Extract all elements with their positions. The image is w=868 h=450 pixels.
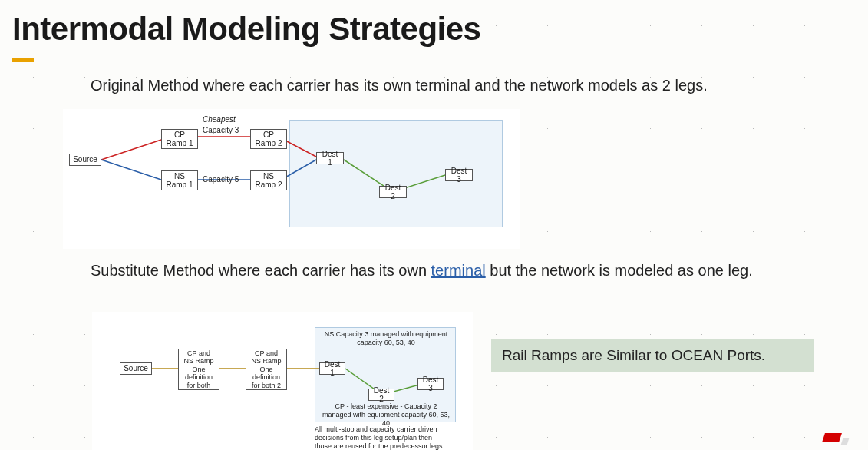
description-original: Original Method where each carrier has i… xyxy=(91,77,708,94)
brand-mark xyxy=(823,432,854,445)
diagram-original: Cheapest Capacity 3 Capacity 5 Source CP… xyxy=(63,109,520,249)
node-cp-ramp1: CP Ramp 1 xyxy=(161,129,198,149)
node2-ramp2: CP and NS Ramp One definition for both 2 xyxy=(246,349,287,390)
node-dest2: Dest 2 xyxy=(379,186,407,198)
accent-bar xyxy=(12,58,34,62)
node-dest1: Dest 1 xyxy=(316,152,344,164)
description-substitute: Substitute Method where each carrier has… xyxy=(91,262,753,280)
cp-capacity-label: CP - least expensive - Capacity 2 manage… xyxy=(321,402,451,427)
page-title: Intermodal Modeling Strategies xyxy=(12,11,480,48)
desc2-post: but the network is modeled as one leg. xyxy=(486,262,753,279)
desc2-pre: Substitute Method where each carrier has… xyxy=(91,262,431,279)
svg-line-0 xyxy=(101,140,161,160)
node-ns-ramp2: NS Ramp 2 xyxy=(250,170,287,190)
node-cp-ramp2: CP Ramp 2 xyxy=(250,129,287,149)
node-source: Source xyxy=(69,154,101,166)
capacity5-label: Capacity 5 xyxy=(203,175,239,184)
node2-dest1: Dest 1 xyxy=(319,362,345,375)
node2-ramp1: CP and NS Ramp One definition for both xyxy=(178,349,219,390)
footer-note: All multi-stop and capacity carrier driv… xyxy=(315,425,445,450)
node2-dest2: Dest 2 xyxy=(368,389,394,401)
capacity3-label: Capacity 3 xyxy=(203,126,239,134)
cheapest-label: Cheapest xyxy=(203,115,236,124)
svg-line-1 xyxy=(101,160,161,180)
node-ns-ramp1: NS Ramp 1 xyxy=(161,170,198,190)
node-dest3: Dest 3 xyxy=(445,169,473,181)
node2-dest3: Dest 3 xyxy=(417,378,444,390)
terminal-link[interactable]: terminal xyxy=(431,262,486,279)
diagram-substitute: NS Capacity 3 managed with equipment cap… xyxy=(92,312,473,450)
node2-source: Source xyxy=(120,362,152,375)
slide: Intermodal Modeling Strategies Original … xyxy=(0,0,868,450)
callout-note: Rail Ramps are Similar to OCEAN Ports. xyxy=(491,339,814,372)
ns-capacity-label: NS Capacity 3 managed with equipment cap… xyxy=(321,330,451,347)
